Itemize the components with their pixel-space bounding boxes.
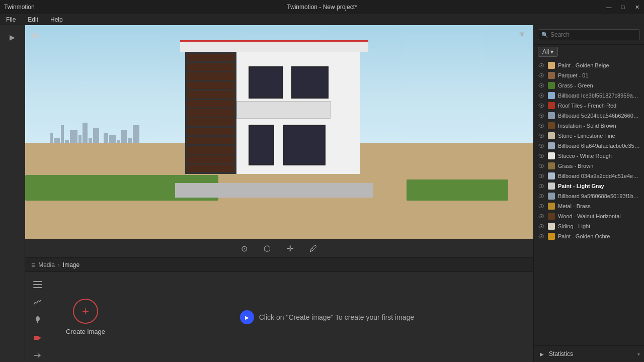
material-visibility-icon[interactable] [538, 62, 545, 69]
material-name: Siding - Light [558, 223, 590, 229]
material-list-item[interactable]: Wood - Walnut Horizontal [534, 211, 644, 221]
window-controls: — □ ✕ [602, 0, 644, 14]
material-visibility-icon[interactable] [538, 152, 545, 159]
right-panel: 🔍 All ▾ Paint - Golden BeigeParquet - 01… [533, 25, 644, 362]
material-list-item[interactable]: Billboard 9a5f80688e50193f1b3b4715 [534, 191, 644, 201]
menu-file[interactable]: File [4, 15, 18, 24]
material-list-item[interactable]: Billboard 034a9a2ddd4c51e4e4f724 [534, 171, 644, 181]
material-list-item[interactable]: Stucco - White Rough [534, 151, 644, 161]
material-list-item[interactable]: Billboard 6fa649afacfacbe0e35fc8f [534, 141, 644, 151]
left-sidebar: ▶ [0, 25, 25, 362]
menu-help[interactable]: Help [48, 15, 65, 24]
arrow-right-icon[interactable] [30, 349, 46, 362]
empty-state-message: Click on "Create image" To create your f… [259, 313, 414, 321]
viewport-eye-icon[interactable]: 👁 [518, 30, 525, 38]
material-visibility-icon[interactable] [538, 112, 545, 119]
material-visibility-icon[interactable] [538, 183, 545, 190]
brush-icon[interactable] [30, 314, 46, 326]
material-visibility-icon[interactable] [538, 213, 545, 220]
svg-point-26 [541, 155, 542, 157]
material-visibility-icon[interactable] [538, 122, 545, 129]
breadcrumb-media[interactable]: Media [38, 261, 55, 268]
material-visibility-icon[interactable] [538, 193, 545, 200]
material-visibility-icon[interactable] [538, 132, 545, 139]
filter-all-label: All [542, 48, 549, 55]
minimize-button[interactable]: — [602, 0, 616, 14]
app-name: Twinmotion [4, 4, 35, 11]
material-swatch [548, 112, 555, 119]
viewport-camera-icon[interactable]: ▶ [33, 30, 39, 40]
search-input[interactable] [550, 31, 636, 38]
material-list-item[interactable]: Insulation - Solid Brown [534, 121, 644, 131]
slat [187, 54, 234, 61]
material-list-item[interactable]: Siding - Light [534, 221, 644, 231]
slat [187, 146, 234, 153]
material-list-item[interactable]: Paint - Golden Ochre [534, 231, 644, 241]
record-icon[interactable] [30, 331, 46, 344]
material-swatch [548, 102, 555, 109]
material-list-item[interactable]: Billboard 5e204bba546b62660e510 [534, 111, 644, 121]
svg-point-40 [541, 226, 542, 227]
slat [187, 109, 234, 117]
svg-point-16 [541, 105, 542, 107]
material-visibility-icon[interactable] [538, 92, 545, 99]
svg-point-36 [541, 206, 542, 207]
material-visibility-icon[interactable] [538, 203, 545, 210]
material-visibility-icon[interactable] [538, 142, 545, 149]
svg-rect-5 [34, 336, 39, 340]
material-name: Grass - Brown [558, 163, 593, 169]
svg-point-42 [541, 236, 542, 237]
material-name: Paint - Light Gray [558, 183, 604, 189]
material-swatch [548, 92, 555, 99]
material-list-item[interactable]: Paint - Golden Beige [534, 60, 644, 70]
center-message: Click on "Create image" To create your f… [121, 272, 533, 362]
statistics-section[interactable]: ▶ Statistics ▾ [534, 345, 644, 362]
material-list-item[interactable]: Billboard Ice3bf551827c8959a5fd2 [534, 90, 644, 101]
material-visibility-icon[interactable] [538, 233, 545, 240]
material-list-item[interactable]: Parquet - 01 [534, 70, 644, 80]
layers-icon[interactable] [30, 278, 46, 291]
toolbar-cube-icon[interactable]: ⬡ [261, 242, 274, 255]
material-visibility-icon[interactable] [538, 102, 545, 109]
filter-row: All ▾ [534, 45, 644, 59]
menu-edit[interactable]: Edit [26, 15, 40, 24]
close-button[interactable]: ✕ [630, 0, 644, 14]
material-name: Insulation - Solid Brown [558, 123, 616, 129]
breadcrumb-separator: › [58, 261, 60, 268]
analytics-icon[interactable] [30, 296, 46, 308]
toolbar-orbit-icon[interactable]: ⊙ [238, 242, 251, 255]
grass-right [407, 179, 508, 201]
material-list-item[interactable]: Grass - Green [534, 80, 644, 90]
material-list-item[interactable]: Paint - Light Gray [534, 181, 644, 191]
material-list-item[interactable]: Metal - Brass [534, 201, 644, 211]
breadcrumb-bar: ≡ Media › Image [25, 257, 533, 272]
toolbar-move-icon[interactable]: ✛ [284, 242, 296, 255]
plus-symbol: + [82, 304, 89, 318]
search-area: 🔍 [534, 25, 644, 45]
material-swatch [548, 213, 555, 220]
svg-point-14 [541, 95, 542, 97]
material-list-item[interactable]: Stone - Limestone Fine [534, 131, 644, 141]
material-visibility-icon[interactable] [538, 223, 545, 230]
material-visibility-icon[interactable] [538, 162, 545, 169]
sidebar-play-icon[interactable]: ▶ [5, 29, 21, 45]
slat [187, 118, 234, 126]
material-name: Billboard Ice3bf551827c8959a5fd2 [558, 93, 640, 99]
maximize-button[interactable]: □ [616, 0, 630, 14]
material-swatch [548, 142, 555, 149]
material-name: Billboard 6fa649afacfacbe0e35fc8f [558, 143, 640, 149]
filter-all-button[interactable]: All ▾ [538, 47, 558, 57]
hamburger-menu[interactable]: ≡ [31, 261, 35, 269]
material-list-item[interactable]: Roof Tiles - French Red [534, 101, 644, 111]
create-image-area[interactable]: + Create image [50, 272, 121, 362]
material-visibility-icon[interactable] [538, 72, 545, 79]
window-upper-right [291, 66, 329, 99]
material-visibility-icon[interactable] [538, 82, 545, 89]
material-visibility-icon[interactable] [538, 172, 545, 179]
search-wrapper[interactable]: 🔍 [538, 29, 640, 40]
material-list-item[interactable]: Grass - Brown [534, 161, 644, 171]
slat [187, 164, 234, 172]
toolbar-pen-icon[interactable]: 🖊 [306, 242, 320, 255]
app-wrapper: Twinmotion Twinmotion - New project* — □… [0, 0, 644, 362]
create-plus-circle: + [73, 299, 98, 324]
